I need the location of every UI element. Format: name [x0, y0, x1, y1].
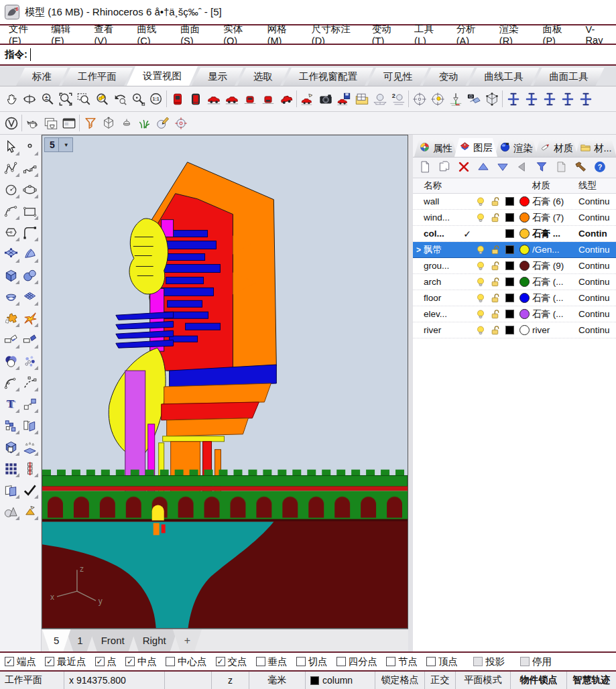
status-物件锁点[interactable]: 物件锁点: [511, 672, 567, 689]
osnap-交点[interactable]: ✓交点: [216, 655, 247, 668]
column-material[interactable]: 材质: [532, 180, 578, 192]
layer-color-swatch[interactable]: [503, 197, 516, 206]
extrude-srf-button[interactable]: [21, 438, 39, 456]
osnap-点[interactable]: ✓点: [95, 655, 117, 668]
new-sublayer-button[interactable]: [436, 160, 453, 176]
filter-button[interactable]: [533, 160, 550, 176]
layer-lock-icon[interactable]: [488, 308, 503, 320]
toolbar-tab-标准[interactable]: 标准: [16, 68, 68, 86]
gumball-drag-button[interactable]: [21, 503, 39, 521]
layer-lock-icon[interactable]: [488, 276, 503, 288]
layer-material-swatch[interactable]: [516, 261, 532, 271]
help-button[interactable]: ?: [591, 160, 609, 176]
srf-from-points-button[interactable]: [2, 245, 20, 263]
viewport-tab-Front[interactable]: Front: [90, 629, 136, 651]
menu-item-曲面(S)[interactable]: 曲面(S): [173, 25, 216, 44]
menu-item-工具(L)[interactable]: 工具(L): [407, 25, 449, 44]
osnap-点-checkbox[interactable]: ✓: [95, 657, 105, 666]
toolbar-tab-设置视图[interactable]: 设置视图: [127, 66, 198, 86]
polyline-button[interactable]: [2, 160, 20, 178]
viewport-tab-5[interactable]: 5: [42, 629, 70, 651]
array-linear-button[interactable]: [21, 460, 39, 478]
expand-arrow-icon[interactable]: >: [414, 245, 424, 255]
status-column[interactable]: column: [306, 672, 375, 689]
polygon-button[interactable]: [2, 224, 20, 242]
pan-view-button[interactable]: [2, 89, 20, 109]
arc-button[interactable]: [2, 202, 20, 221]
layer-row[interactable]: elev...石膏 (...Continu: [413, 306, 616, 322]
two-point-perspective-button[interactable]: 2: [389, 89, 407, 109]
target-view-button[interactable]: [428, 89, 446, 109]
vray-sphere-edit-button[interactable]: [153, 113, 172, 133]
check-objects-button[interactable]: [21, 481, 39, 499]
panel-tab-材质[interactable]: 材质: [535, 139, 578, 157]
back-view-truck-button[interactable]: [186, 89, 204, 109]
toolbar-tab-选取[interactable]: 选取: [237, 68, 289, 86]
osnap-垂点[interactable]: 垂点: [256, 655, 288, 668]
viewport-tab-+[interactable]: +: [173, 629, 202, 651]
panel-tab-图层[interactable]: 图层: [454, 138, 497, 157]
layer-color-swatch[interactable]: [503, 261, 516, 270]
point-button[interactable]: [21, 138, 39, 156]
panel-tab-属性[interactable]: 属性: [414, 139, 457, 157]
zoom-target-button[interactable]: [129, 89, 147, 109]
osnap-交点-checkbox[interactable]: ✓: [216, 657, 225, 666]
vray-sphere-target-button[interactable]: [172, 113, 190, 133]
layer-lock-icon[interactable]: [488, 292, 503, 304]
layer-lock-icon[interactable]: [488, 324, 503, 336]
report-button[interactable]: [552, 160, 570, 176]
block-insert-button[interactable]: [2, 417, 20, 435]
vray-teapot-button[interactable]: [23, 113, 42, 133]
layer-material-swatch[interactable]: [516, 245, 532, 255]
osnap-投影-checkbox[interactable]: [473, 657, 483, 666]
crosshair-view-button[interactable]: [410, 89, 428, 109]
osnap-投影[interactable]: 投影: [473, 655, 505, 668]
solid-primitives-button[interactable]: [2, 503, 20, 521]
layout-views-button[interactable]: [353, 89, 371, 109]
status-工作平面[interactable]: 工作平面: [0, 672, 64, 689]
layer-visibility-bulb-icon[interactable]: [473, 276, 488, 288]
group-button[interactable]: [2, 438, 20, 456]
layer-row[interactable]: wall石膏 (6)Continu: [413, 194, 616, 210]
column-linetype[interactable]: 线型: [578, 180, 616, 192]
new-layer-button[interactable]: [416, 160, 434, 176]
layer-row[interactable]: floor石膏 (...Continu: [413, 290, 616, 306]
column-name[interactable]: 名称: [424, 180, 461, 192]
vray-lamp-button[interactable]: [117, 113, 135, 133]
osnap-四分点[interactable]: 四分点: [336, 655, 378, 668]
layer-color-swatch[interactable]: [503, 294, 516, 302]
mesh-srf-button[interactable]: [21, 288, 39, 306]
menu-item-渲染(R)[interactable]: 渲染(R): [492, 25, 536, 44]
osnap-停用[interactable]: 停用: [520, 655, 552, 668]
zoom-selected-button[interactable]: [93, 89, 111, 109]
plane-left-button[interactable]: [540, 89, 558, 109]
delete-layer-button[interactable]: [455, 160, 473, 176]
panel-tab-渲染[interactable]: 渲染: [495, 139, 538, 157]
layer-lock-icon[interactable]: [488, 212, 503, 224]
viewport-tab-1[interactable]: 1: [66, 629, 94, 651]
trim-button[interactable]: [2, 331, 20, 349]
osnap-最近点-checkbox[interactable]: ✓: [45, 657, 54, 666]
spheres-button[interactable]: [21, 267, 39, 285]
vray-box-button[interactable]: [99, 113, 117, 133]
command-line[interactable]: 指令:: [0, 45, 616, 64]
right-view-car-button[interactable]: [223, 89, 241, 109]
rectangle-button[interactable]: [21, 202, 39, 221]
curve-boolean-button[interactable]: [2, 353, 20, 371]
menu-item-V-Ray[interactable]: V-Ray: [578, 25, 616, 44]
toolbar-tab-曲线工具[interactable]: 曲线工具: [469, 68, 540, 86]
layer-row[interactable]: grou...石膏 (9)Continu: [413, 258, 616, 274]
layer-material-swatch[interactable]: [516, 196, 532, 206]
layer-row[interactable]: col...✓石膏 ...Contin: [413, 226, 616, 242]
layer-visibility-bulb-icon[interactable]: [473, 212, 488, 224]
layer-material-swatch[interactable]: [516, 229, 532, 239]
curve-interp-button[interactable]: [21, 160, 39, 178]
vray-grass-button[interactable]: [135, 113, 153, 133]
viewport-canvas[interactable]: z x y: [42, 135, 408, 628]
toolbar-tab-可见性[interactable]: 可见性: [367, 68, 429, 86]
status-智慧轨迹[interactable]: 智慧轨迹: [567, 672, 616, 689]
ellipse-button[interactable]: [21, 181, 39, 199]
osnap-中心点-checkbox[interactable]: [166, 657, 175, 666]
plane-right-button[interactable]: [558, 89, 576, 109]
layer-material-swatch[interactable]: [516, 277, 532, 287]
